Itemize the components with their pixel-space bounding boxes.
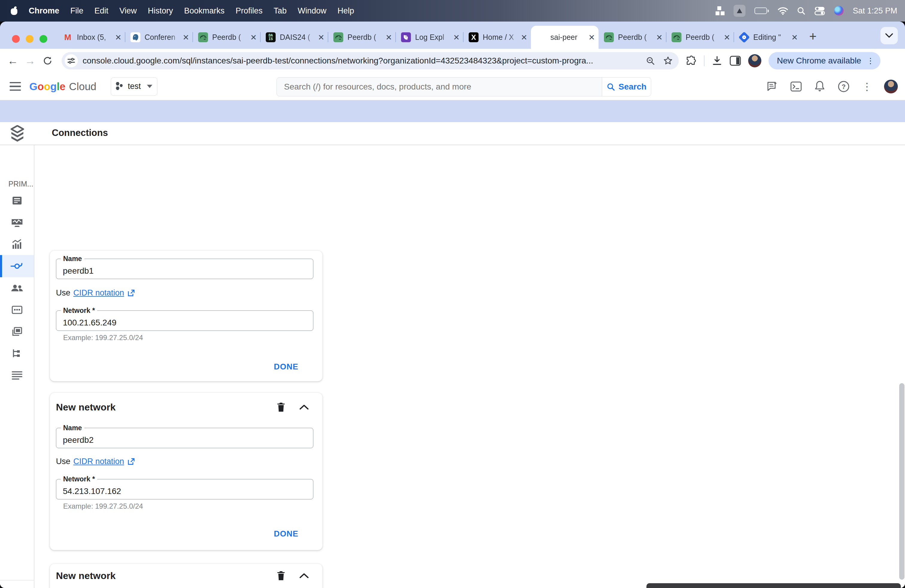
sidebar-item-databases[interactable]: [0, 299, 34, 321]
more-options-icon[interactable]: ⋮: [862, 81, 872, 92]
sidebar-item-replicas[interactable]: [0, 343, 34, 365]
tab-close-icon[interactable]: ✕: [250, 33, 257, 41]
nav-menu-icon[interactable]: [10, 82, 21, 91]
menu-item-help[interactable]: Help: [338, 6, 354, 16]
browser-menu-icon[interactable]: ⋮: [867, 56, 875, 65]
minimize-window-button[interactable]: [26, 35, 33, 43]
delete-network-icon[interactable]: [276, 571, 286, 581]
browser-tab-1[interactable]: M Inbox (5, ✕: [57, 26, 125, 49]
reload-button[interactable]: [39, 56, 56, 66]
gcp-search-button[interactable]: Search: [602, 78, 651, 96]
browser-tab-7[interactable]: X Home / X ✕: [463, 26, 531, 49]
delete-network-icon[interactable]: [276, 402, 286, 413]
network-name-input[interactable]: [56, 259, 313, 279]
new-tab-button[interactable]: +: [809, 29, 817, 44]
gcp-search-bar[interactable]: Search: [276, 77, 651, 96]
collapse-card-icon[interactable]: [299, 404, 309, 410]
menu-item-tab[interactable]: Tab: [273, 6, 287, 16]
menu-items: ChromeFileEditViewHistoryBookmarksProfil…: [29, 6, 354, 16]
menu-item-file[interactable]: File: [70, 6, 84, 16]
forward-button[interactable]: →: [22, 54, 39, 67]
collapse-card-icon[interactable]: [299, 572, 309, 579]
network-name-input[interactable]: [56, 428, 313, 448]
browser-tab-10[interactable]: Peerdb ( ✕: [666, 26, 734, 49]
tab-close-icon[interactable]: ✕: [386, 33, 392, 41]
query-insights-icon: [11, 238, 23, 250]
sidebar-item-query-insights[interactable]: [0, 233, 34, 255]
external-link-icon[interactable]: [127, 458, 135, 466]
bookmark-star-icon[interactable]: [663, 56, 673, 65]
menu-item-bookmarks[interactable]: Bookmarks: [184, 6, 224, 16]
notifications-bell-icon[interactable]: [814, 80, 826, 93]
downloads-icon[interactable]: [712, 56, 722, 66]
close-window-button[interactable]: [12, 35, 20, 43]
gcp-search-input[interactable]: [277, 78, 602, 96]
status-app-icon[interactable]: [734, 5, 746, 17]
tab-close-icon[interactable]: ✕: [453, 33, 460, 41]
tab-title: Home / X: [483, 33, 519, 41]
project-selector[interactable]: test: [111, 77, 157, 96]
done-button[interactable]: DONE: [270, 526, 303, 542]
sidebar-item-operations[interactable]: [0, 364, 34, 386]
sidebar-item-connections[interactable]: [0, 255, 34, 277]
tab-close-icon[interactable]: ✕: [318, 33, 324, 41]
tab-close-icon[interactable]: ✕: [588, 33, 595, 41]
tab-close-icon[interactable]: ✕: [115, 33, 122, 41]
tab-close-icon[interactable]: ✕: [183, 33, 189, 41]
google-cloud-logo[interactable]: Google Cloud: [29, 81, 96, 92]
menu-item-edit[interactable]: Edit: [95, 6, 109, 16]
browser-tab-3[interactable]: Peerdb ( ✕: [193, 26, 260, 49]
window-traffic-lights[interactable]: [12, 35, 47, 43]
browser-tab-8[interactable]: sai-peer ✕: [531, 26, 599, 49]
battery-icon[interactable]: [754, 8, 769, 14]
zoom-out-icon[interactable]: [646, 56, 655, 65]
cloud-shell-icon[interactable]: [790, 81, 802, 92]
app-grid-menu-icon[interactable]: [716, 6, 724, 15]
browser-tab-4[interactable]: DA IS DAIS24 ( ✕: [260, 26, 328, 49]
wifi-icon[interactable]: [778, 6, 788, 15]
menu-item-profiles[interactable]: Profiles: [235, 6, 262, 16]
done-button[interactable]: DONE: [270, 359, 303, 375]
siri-icon[interactable]: [834, 6, 844, 16]
menu-item-chrome[interactable]: Chrome: [29, 6, 59, 16]
sidebar-item-overview[interactable]: [0, 189, 34, 212]
sidebar-item-backups[interactable]: [0, 321, 34, 343]
feedback-icon[interactable]: [766, 81, 778, 92]
url-text[interactable]: console.cloud.google.com/sql/instances/s…: [83, 56, 641, 65]
cidr-notation-link[interactable]: CIDR notation: [73, 288, 124, 297]
cidr-notation-link[interactable]: CIDR notation: [73, 457, 124, 466]
tab-close-icon[interactable]: ✕: [521, 33, 527, 41]
apple-menu-icon[interactable]: [10, 6, 18, 15]
menu-item-history[interactable]: History: [148, 6, 173, 16]
tab-close-icon[interactable]: ✕: [724, 33, 730, 41]
help-icon[interactable]: ?: [837, 80, 850, 93]
browser-tab-9[interactable]: Peerdb ( ✕: [599, 26, 666, 49]
control-center-icon[interactable]: [814, 6, 825, 15]
vertical-scrollbar[interactable]: [899, 383, 904, 580]
browser-tab-5[interactable]: Peerdb ( ✕: [328, 26, 395, 49]
external-link-icon[interactable]: [127, 289, 135, 297]
sidebar-item-users[interactable]: [0, 277, 34, 299]
site-settings-icon[interactable]: [65, 54, 78, 67]
menu-item-view[interactable]: View: [119, 6, 137, 16]
gcp-account-avatar[interactable]: [884, 79, 898, 94]
extensions-icon[interactable]: [686, 56, 697, 66]
chrome-window: M Inbox (5, ✕ Conferen ✕ Peerdb ( ✕ DA I…: [0, 22, 905, 588]
browser-tab-2[interactable]: Conferen ✕: [125, 26, 193, 49]
side-panel-icon[interactable]: [730, 56, 741, 66]
menu-bar-clock[interactable]: Sat 1:25 PM: [853, 6, 897, 16]
back-button[interactable]: ←: [4, 54, 22, 67]
tab-close-icon[interactable]: ✕: [791, 33, 798, 41]
browser-profile-avatar[interactable]: [748, 54, 761, 67]
tab-close-icon[interactable]: ✕: [656, 33, 663, 41]
spotlight-search-icon[interactable]: [797, 6, 805, 15]
menu-item-window[interactable]: Window: [298, 6, 327, 16]
browser-tab-11[interactable]: Editing " ✕: [734, 26, 802, 49]
sidebar-item-release-notes[interactable]: [0, 585, 34, 588]
tab-search-button[interactable]: [880, 27, 898, 44]
browser-tab-6[interactable]: Log Expl ✕: [395, 26, 463, 49]
address-bar[interactable]: console.cloud.google.com/sql/instances/s…: [62, 52, 679, 70]
sidebar-item-system-insights[interactable]: [0, 211, 34, 234]
zoom-window-button[interactable]: [40, 35, 47, 43]
chrome-update-button[interactable]: New Chrome available ⋮: [768, 52, 880, 70]
